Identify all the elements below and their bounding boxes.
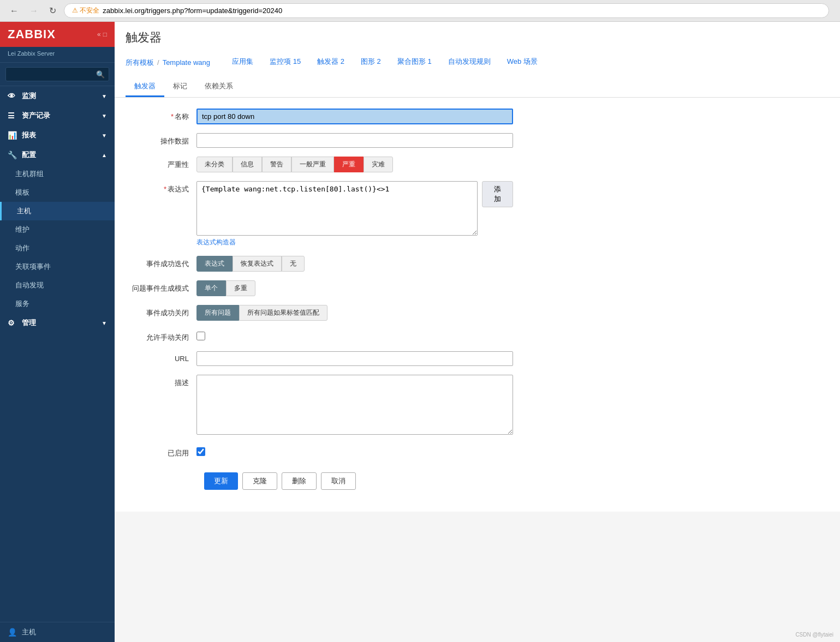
security-warning: ⚠ 不安全 — [72, 6, 99, 15]
sidebar-bottom-item[interactable]: 👤 主机 — [0, 622, 115, 642]
tab-dependencies[interactable]: 依赖关系 — [196, 77, 242, 97]
enabled-control — [196, 445, 513, 456]
gen-mode-single[interactable]: 单个 — [196, 280, 226, 296]
browser-bar: ← → ↻ ⚠ 不安全 zabbix.lei.org/triggers.php?… — [0, 0, 840, 22]
gen-mode-row: 问题事件生成模式 单个 多重 — [131, 280, 824, 296]
top-tab-applications[interactable]: 应用集 — [225, 56, 260, 69]
top-tab-discovery[interactable]: 自动发现规则 — [442, 56, 497, 69]
url-label: URL — [131, 351, 196, 363]
collapse-sidebar-btn[interactable]: « — [97, 31, 101, 38]
sidebar-subitem-discovery[interactable]: 自动发现 — [0, 276, 115, 295]
sidebar-subitem-services[interactable]: 服务 — [0, 295, 115, 313]
severity-label: 严重性 — [131, 157, 196, 170]
user-icon: 👤 — [8, 628, 17, 637]
page-title: 触发器 — [126, 29, 829, 46]
severity-not-classified[interactable]: 未分类 — [196, 157, 233, 172]
tab-tags[interactable]: 标记 — [164, 77, 196, 97]
search-icon: 🔍 — [96, 70, 105, 79]
event-ok-label: 事件成功迭代 — [131, 256, 196, 269]
top-tab-web[interactable]: Web 场景 — [501, 56, 544, 69]
severity-high[interactable]: 严重 — [334, 157, 364, 172]
top-tab-dashboards[interactable]: 聚合图形 1 — [391, 56, 438, 69]
sidebar-item-assets[interactable]: ☰ 资产记录 ▼ — [0, 106, 115, 125]
event-ok-control: 表达式 恢复表达式 无 — [196, 256, 513, 272]
description-control — [196, 375, 513, 436]
breadcrumb-template-wang[interactable]: Template wang — [163, 58, 210, 67]
event-close-btn-group: 所有问题 所有问题如果标签值匹配 — [196, 305, 513, 321]
description-textarea[interactable] — [196, 375, 513, 435]
monitor-icon: 👁 — [8, 92, 17, 100]
event-close-tag[interactable]: 所有问题如果标签值匹配 — [239, 305, 327, 321]
opdata-input[interactable] — [196, 133, 513, 148]
sidebar-subitem-templates[interactable]: 模板 — [0, 183, 115, 202]
sidebar-subitem-actions[interactable]: 动作 — [0, 239, 115, 257]
event-ok-recovery[interactable]: 恢复表达式 — [233, 256, 282, 272]
severity-btn-group: 未分类 信息 警告 一般严重 严重 灾难 — [196, 157, 513, 172]
chevron-down-icon: ▼ — [102, 133, 107, 139]
expand-sidebar-btn[interactable]: □ — [103, 31, 107, 38]
sidebar-bottom-label: 主机 — [22, 627, 36, 637]
event-ok-none[interactable]: 无 — [282, 256, 305, 272]
url-row: URL — [131, 351, 824, 366]
gen-mode-multiple[interactable]: 多重 — [226, 280, 255, 296]
event-ok-btn-group: 表达式 恢复表达式 无 — [196, 256, 513, 272]
expression-label: *表达式 — [131, 181, 196, 194]
name-input[interactable] — [196, 109, 513, 124]
top-tab-triggers[interactable]: 触发器 2 — [311, 56, 351, 69]
address-bar[interactable]: ⚠ 不安全 zabbix.lei.org/triggers.php?form=u… — [64, 3, 829, 18]
description-label: 描述 — [131, 375, 196, 388]
url-input[interactable] — [196, 351, 513, 366]
required-star: * — [171, 112, 174, 121]
severity-warning[interactable]: 警告 — [262, 157, 291, 172]
enabled-checkbox[interactable] — [196, 447, 205, 456]
severity-disaster[interactable]: 灾难 — [364, 157, 393, 172]
cancel-button[interactable]: 取消 — [321, 472, 356, 490]
clone-button[interactable]: 克隆 — [242, 472, 277, 490]
back-button[interactable]: ← — [7, 5, 22, 17]
sidebar-logo: ZABBIX « □ — [0, 22, 115, 47]
sidebar-subitem-maintenance[interactable]: 维护 — [0, 220, 115, 239]
severity-average[interactable]: 一般严重 — [291, 157, 334, 172]
sidebar-item-monitor[interactable]: 👁 监测 ▼ — [0, 86, 115, 106]
delete-button[interactable]: 删除 — [282, 472, 317, 490]
reload-button[interactable]: ↻ — [46, 4, 59, 17]
event-ok-row: 事件成功迭代 表达式 恢复表达式 无 — [131, 256, 824, 272]
gen-mode-label: 问题事件生成模式 — [131, 280, 196, 293]
breadcrumb: 所有模板 / Template wang 应用集 监控项 15 触发器 2 图形… — [126, 51, 829, 74]
severity-info[interactable]: 信息 — [233, 157, 262, 172]
add-expression-button[interactable]: 添加 — [482, 181, 513, 207]
sidebar-subitem-corr-events[interactable]: 关联项事件 — [0, 257, 115, 276]
manual-close-row: 允许手动关闭 — [131, 329, 824, 343]
top-tab-graphs[interactable]: 图形 2 — [354, 56, 388, 69]
chevron-down-icon: ▼ — [102, 113, 107, 119]
sidebar-search-input[interactable] — [5, 67, 109, 81]
sidebar-item-reports[interactable]: 📊 报表 ▼ — [0, 125, 115, 145]
opdata-label: 操作数据 — [131, 133, 196, 146]
logo-controls: « □ — [97, 31, 107, 38]
sidebar-item-config[interactable]: 🔧 配置 ▲ — [0, 145, 115, 165]
name-label: *名称 — [131, 109, 196, 122]
sidebar-item-admin[interactable]: ⚙ 管理 ▼ — [0, 313, 115, 333]
sidebar-subitem-host-groups[interactable]: 主机群组 — [0, 165, 115, 183]
form-area: *名称 操作数据 严重性 未分类 信息 — [115, 98, 840, 512]
name-control — [196, 109, 513, 124]
event-ok-expression[interactable]: 表达式 — [196, 256, 233, 272]
update-button[interactable]: 更新 — [204, 472, 238, 490]
event-close-all[interactable]: 所有问题 — [196, 305, 239, 321]
severity-row: 严重性 未分类 信息 警告 一般严重 严重 灾难 — [131, 157, 824, 172]
main-content: 触发器 所有模板 / Template wang 应用集 监控项 15 触发器 … — [115, 22, 840, 642]
expression-builder-link[interactable]: 表达式构造器 — [196, 238, 236, 247]
breadcrumb-all-templates[interactable]: 所有模板 — [126, 58, 154, 68]
tab-trigger[interactable]: 触发器 — [126, 77, 164, 97]
sidebar-subitem-hosts[interactable]: 主机 — [0, 202, 115, 220]
manual-close-checkbox[interactable] — [196, 332, 205, 340]
opdata-row: 操作数据 — [131, 133, 824, 148]
sidebar-item-label: 管理 — [22, 318, 36, 328]
page-header: 触发器 所有模板 / Template wang 应用集 监控项 15 触发器 … — [115, 22, 840, 98]
severity-control: 未分类 信息 警告 一般严重 严重 灾难 — [196, 157, 513, 172]
sidebar-search-area: 🔍 — [0, 63, 115, 86]
chevron-down-icon: ▼ — [102, 93, 107, 99]
top-tab-items[interactable]: 监控项 15 — [263, 56, 307, 69]
expression-textarea[interactable]: {Template wang:net.tcp.listen[80].last()… — [196, 181, 478, 236]
forward-button[interactable]: → — [26, 5, 41, 17]
